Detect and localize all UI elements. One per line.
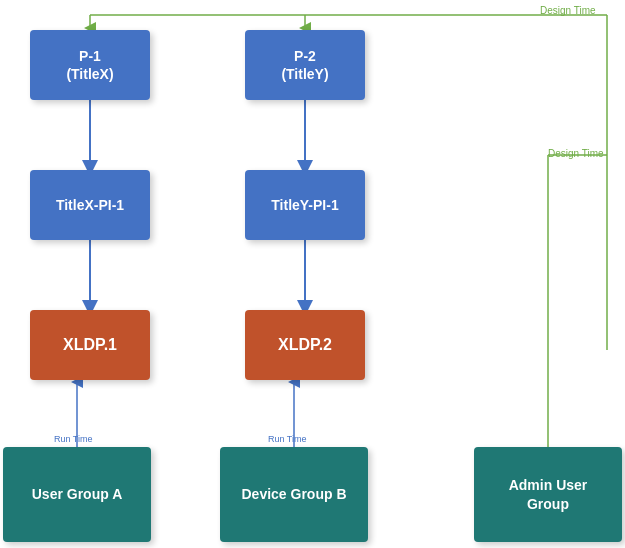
p2-box: P-2 (TitleY): [245, 30, 365, 100]
device-group-b-box: Device Group B: [220, 447, 368, 542]
diagram: P-1 (TitleX) P-2 (TitleY) TitleX-PI-1 Ti…: [0, 0, 625, 548]
p1-box: P-1 (TitleX): [30, 30, 150, 100]
user-group-a-box: User Group A: [3, 447, 151, 542]
run-time-1-label: Run Time: [54, 434, 93, 444]
xldp2-box: XLDP.2: [245, 310, 365, 380]
run-time-2-label: Run Time: [268, 434, 307, 444]
pi2-box: TitleY-PI-1: [245, 170, 365, 240]
design-time-top-label: Design Time: [540, 5, 596, 16]
design-time-mid-label: Design Time: [548, 148, 604, 159]
admin-user-group-box: Admin User Group: [474, 447, 622, 542]
xldp1-box: XLDP.1: [30, 310, 150, 380]
pi1-box: TitleX-PI-1: [30, 170, 150, 240]
